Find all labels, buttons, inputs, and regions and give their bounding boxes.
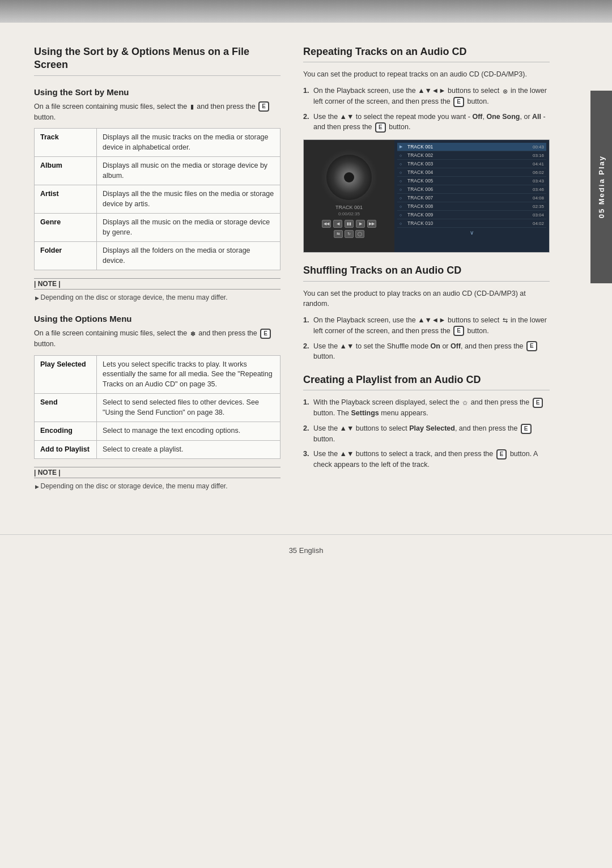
cd-track-row: ○ TRACK 003 04:41 — [397, 160, 546, 168]
play-icon: ○ — [400, 205, 405, 209]
row-label: Artist — [35, 185, 97, 214]
cd-track-row: ○ TRACK 005 03:43 — [397, 177, 546, 185]
track-time: 04:02 — [527, 221, 544, 226]
cd-more-indicator: ∨ — [397, 228, 546, 237]
row-desc: Displays all the folders on the media or… — [97, 242, 280, 270]
track-time: 04:41 — [527, 161, 544, 167]
playlist-step-3: 3. Use the ▲▼ buttons to select a track,… — [303, 449, 550, 470]
shuffling-section: Shuffling Tracks on an Audio CD You can … — [303, 264, 550, 362]
repeat-icon: ⊗ — [503, 87, 508, 96]
play-icon: ○ — [400, 179, 405, 183]
track-name: TRACK 010 — [407, 220, 527, 226]
table-row: TrackDisplays all the music tracks on th… — [35, 129, 280, 157]
cd-track-row: ○ TRACK 009 03:04 — [397, 211, 546, 219]
settings-icon: ✩ — [462, 398, 468, 408]
row-label: Play Selected — [35, 355, 97, 394]
row-label: Encoding — [35, 422, 97, 441]
play-icon: ○ — [400, 222, 405, 225]
track-time: 02:35 — [527, 204, 544, 209]
row-label: Folder — [35, 242, 97, 270]
top-decorative-bar — [0, 0, 612, 23]
enter-btn-s1: E — [453, 326, 464, 336]
playlist-section: Creating a Playlist from an Audio CD 1. … — [303, 373, 550, 470]
enter-button-icon: E — [258, 101, 269, 112]
cd-repeat-btn: ↻ — [345, 230, 354, 238]
side-tab: 05 Media Play — [590, 91, 612, 283]
track-name: TRACK 008 — [407, 203, 527, 209]
table-row: FolderDisplays all the folders on the me… — [35, 242, 280, 270]
sort-note: | NOTE | Depending on the disc or storag… — [34, 278, 280, 303]
cd-track-row: ○ TRACK 007 04:08 — [397, 194, 546, 202]
cd-extra-controls: ⇆ ↻ ◯ — [334, 230, 364, 238]
repeating-intro: You can set the product to repeat tracks… — [303, 69, 550, 80]
cd-rwd-btn: ◀ — [333, 220, 342, 228]
enter-btn-p2: E — [521, 424, 532, 434]
row-label: Send — [35, 394, 97, 422]
sort-section-title: Using the Sort by Menu — [34, 87, 280, 97]
options-note-text: Depending on the disc or storage device,… — [34, 481, 280, 491]
play-icon: ○ — [400, 171, 405, 175]
table-row: ArtistDisplays all the the music files o… — [35, 185, 280, 214]
track-time: 00:43 — [527, 144, 544, 150]
row-label: Add to Playlist — [35, 440, 97, 459]
shuffling-title: Shuffling Tracks on an Audio CD — [303, 264, 550, 281]
track-name: TRACK 007 — [407, 195, 527, 201]
gear-icon: ✽ — [190, 329, 196, 339]
cd-disc-graphic — [326, 155, 372, 200]
enter-btn-r2: E — [375, 122, 386, 133]
track-name: TRACK 001 — [407, 144, 527, 150]
main-section-title: Using the Sort by & Options Menus on a F… — [34, 45, 280, 76]
playlist-step-2: 2. Use the ▲▼ buttons to select Play Sel… — [303, 423, 550, 445]
cd-track-row: ○ TRACK 002 03:16 — [397, 151, 546, 160]
page-language: English — [299, 546, 324, 555]
cd-track-row: ○ TRACK 008 02:35 — [397, 202, 546, 211]
enter-btn-r1: E — [453, 97, 464, 107]
cd-track-row: ○ TRACK 006 03:46 — [397, 185, 546, 194]
cd-track-row: ○ TRACK 004 06:02 — [397, 168, 546, 177]
enter-btn-p3: E — [496, 449, 507, 459]
play-icon: ▶ — [400, 144, 405, 149]
sort-note-title: | NOTE | — [34, 278, 280, 290]
page-number: 35 — [289, 546, 297, 555]
options-intro: On a file screen containing music files,… — [34, 328, 280, 350]
track-name: TRACK 006 — [407, 186, 527, 192]
cd-tracklist: ▶ TRACK 001 00:43 ○ TRACK 002 03:16 ○ TR… — [394, 140, 549, 252]
cd-prev-btn: ◀◀ — [322, 220, 331, 228]
table-row: SendSelect to send selected files to oth… — [35, 394, 280, 422]
track-time: 03:04 — [527, 212, 544, 218]
track-time: 03:16 — [527, 153, 544, 158]
table-row: Play SelectedLets you select specific tr… — [35, 355, 280, 394]
options-section: Using the Options Menu On a file screen … — [34, 314, 280, 491]
play-icon: ○ — [400, 188, 405, 192]
options-note: | NOTE | Depending on the disc or storag… — [34, 467, 280, 491]
left-column: Using the Sort by & Options Menus on a F… — [34, 45, 280, 500]
row-desc: Select to manage the text encoding optio… — [97, 422, 280, 441]
row-desc: Lets you select specific tracks to play.… — [97, 355, 280, 394]
table-row: EncodingSelect to manage the text encodi… — [35, 422, 280, 441]
cd-pause-btn: ▮▮ — [345, 220, 354, 228]
track-time: 06:02 — [527, 170, 544, 175]
enter-button-icon2: E — [260, 329, 271, 339]
shuffling-step-2: 2. Use the ▲▼ to set the Shuffle mode On… — [303, 341, 550, 363]
row-desc: Displays all the the music files on the … — [97, 185, 280, 214]
row-desc: Displays all the music tracks on the med… — [97, 129, 280, 157]
row-label: Genre — [35, 214, 97, 242]
options-section-title: Using the Options Menu — [34, 314, 280, 324]
track-name: TRACK 003 — [407, 161, 527, 167]
cd-fwd-btn: ▶ — [356, 220, 365, 228]
play-icon: ○ — [400, 213, 405, 217]
play-icon: ○ — [400, 162, 405, 166]
track-time: 03:43 — [527, 178, 544, 184]
list-icon: ▮ — [190, 102, 194, 112]
track-time: 04:08 — [527, 195, 544, 201]
side-tab-label: 05 Media Play — [597, 155, 606, 218]
cd-track-row: ○ TRACK 010 04:02 — [397, 219, 546, 228]
cd-eject-btn: ◯ — [355, 230, 364, 238]
track-name: TRACK 002 — [407, 152, 527, 158]
cd-track-row: ▶ TRACK 001 00:43 — [397, 143, 546, 151]
cd-player-display: TRACK 001 0:00/02:35 ◀◀ ◀ ▮▮ ▶ ▶▶ ⇆ ↻ — [304, 140, 394, 252]
track-name: TRACK 004 — [407, 169, 527, 175]
sort-table: TrackDisplays all the music tracks on th… — [34, 128, 280, 270]
repeating-step-1: 1. On the Playback screen, use the ▲▼◄► … — [303, 86, 550, 107]
sort-intro: On a file screen containing music files,… — [34, 101, 280, 123]
